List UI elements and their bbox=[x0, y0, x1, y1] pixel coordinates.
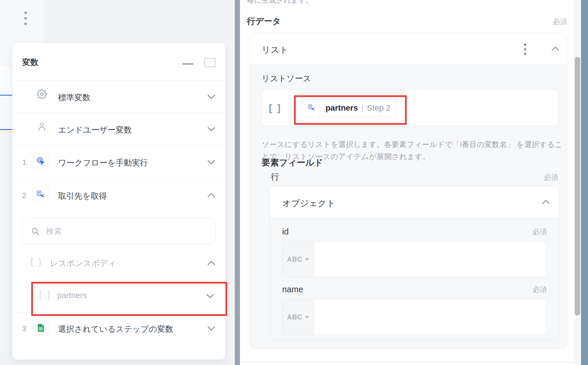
panel-divider bbox=[235, 0, 240, 365]
row-label: レスポンスボディ bbox=[50, 258, 116, 269]
row-label: ワークフローを手動実行 bbox=[58, 157, 148, 168]
triangle-down-icon bbox=[305, 258, 309, 261]
step-number: 2 bbox=[20, 191, 29, 200]
row-data-field-header: 行データ 必須 bbox=[247, 15, 567, 28]
step-number: 1 bbox=[20, 158, 29, 167]
variables-panel-header: 変数 bbox=[12, 43, 225, 81]
list-card-header: リスト bbox=[250, 33, 567, 64]
type-abc-label: ABC bbox=[287, 256, 302, 263]
spreadsheet-icon bbox=[33, 320, 49, 336]
maximize-icon[interactable] bbox=[204, 58, 216, 67]
braces-icon: { } bbox=[30, 256, 43, 267]
row-field-header: 行 必須 bbox=[271, 171, 558, 183]
manual-run-icon bbox=[33, 154, 49, 170]
required-badge: 必須 bbox=[532, 285, 547, 294]
name-text-input[interactable] bbox=[314, 299, 547, 335]
id-text-input[interactable] bbox=[314, 242, 547, 277]
triangle-down-icon bbox=[305, 316, 309, 319]
name-field-label: name bbox=[282, 285, 303, 294]
id-field-header: id 必須 bbox=[282, 226, 547, 237]
chevron-down-icon[interactable] bbox=[207, 325, 216, 331]
gear-icon bbox=[37, 89, 47, 100]
row-enduser-variables[interactable]: エンドユーザー変数 bbox=[12, 113, 225, 145]
name-input-field[interactable]: ABC bbox=[282, 299, 547, 335]
list-source-label: リストソース bbox=[262, 73, 311, 84]
section-divider bbox=[240, 362, 574, 362]
element-fields-label: 要素フィールド bbox=[262, 157, 323, 169]
row-label: 標準変数 bbox=[58, 92, 90, 103]
list-card-title: リスト bbox=[262, 44, 288, 56]
api-connect-icon bbox=[33, 187, 49, 203]
list-type-segment: [ ] bbox=[261, 90, 289, 126]
minimize-icon[interactable] bbox=[182, 63, 193, 65]
canvas-card-edge bbox=[0, 65, 12, 95]
settings-panel: 毎に生成されます。 行データ 必須 リスト リストソース [ ] bbox=[240, 0, 574, 365]
user-icon bbox=[37, 121, 47, 133]
clipped-description-text: 毎に生成されます。 bbox=[247, 0, 313, 5]
brackets-icon: [ ] bbox=[269, 102, 282, 113]
annotation-box-chip bbox=[294, 95, 407, 125]
row-step2-get-partners[interactable]: 2 取引先を取得 bbox=[12, 178, 225, 218]
window-edge-band bbox=[581, 0, 588, 365]
chevron-up-icon[interactable] bbox=[207, 192, 216, 198]
list-card-kebab-icon[interactable] bbox=[524, 44, 526, 55]
id-field-label: id bbox=[282, 227, 289, 236]
row-step1-manual-run[interactable]: 1 ワークフローを手動実行 bbox=[12, 145, 225, 178]
type-abc-label: ABC bbox=[287, 313, 302, 321]
chevron-down-icon[interactable] bbox=[207, 159, 216, 165]
object-card-title: オブジェクト bbox=[282, 198, 335, 209]
object-card-header: オブジェクト bbox=[270, 187, 559, 218]
name-type-selector[interactable]: ABC bbox=[282, 299, 314, 335]
annotation-box-partners-row bbox=[31, 282, 227, 316]
search-icon bbox=[31, 227, 40, 236]
list-card: リスト リストソース [ ] bbox=[250, 33, 567, 348]
chevron-down-icon[interactable] bbox=[207, 94, 216, 100]
name-field-header: name 必須 bbox=[282, 284, 547, 295]
row-response-body[interactable]: { } レスポンスボディ bbox=[12, 248, 225, 277]
selected-step-card-edge bbox=[0, 96, 12, 129]
variables-panel-title: 変数 bbox=[22, 57, 38, 68]
scrollbar-thumb[interactable] bbox=[575, 57, 580, 316]
required-badge: 必須 bbox=[544, 172, 558, 182]
search-placeholder: 検索 bbox=[46, 226, 62, 236]
chevron-up-icon[interactable] bbox=[551, 46, 560, 52]
step-number: 3 bbox=[20, 324, 29, 333]
step-menu-kebab-icon[interactable] bbox=[24, 12, 27, 25]
row-step3-selected-step[interactable]: 3 選択されているステップの変数 bbox=[12, 313, 225, 346]
workflow-editor-screen: 変数 標準変数 エンドユーザー変数 bbox=[0, 0, 588, 365]
required-badge: 必須 bbox=[553, 17, 567, 26]
variable-search-input[interactable]: 検索 bbox=[22, 218, 215, 244]
row-standard-variables[interactable]: 標準変数 bbox=[12, 81, 225, 113]
chevron-down-icon[interactable] bbox=[207, 126, 216, 132]
chevron-up-icon[interactable] bbox=[207, 260, 216, 266]
object-card: オブジェクト id 必須 ABC bbox=[270, 186, 559, 340]
row-label: エンドユーザー変数 bbox=[58, 124, 132, 135]
selected-step-border-bottom bbox=[0, 129, 12, 130]
id-type-selector[interactable]: ABC bbox=[282, 242, 314, 277]
row-field-label: 行 bbox=[271, 171, 279, 183]
row-data-label: 行データ bbox=[247, 16, 281, 27]
chevron-up-icon[interactable] bbox=[541, 199, 550, 205]
id-input-field[interactable]: ABC bbox=[282, 241, 547, 277]
row-label: 取引先を取得 bbox=[58, 191, 107, 202]
required-badge: 必須 bbox=[532, 227, 547, 236]
row-label: 選択されているステップの変数 bbox=[58, 324, 173, 335]
